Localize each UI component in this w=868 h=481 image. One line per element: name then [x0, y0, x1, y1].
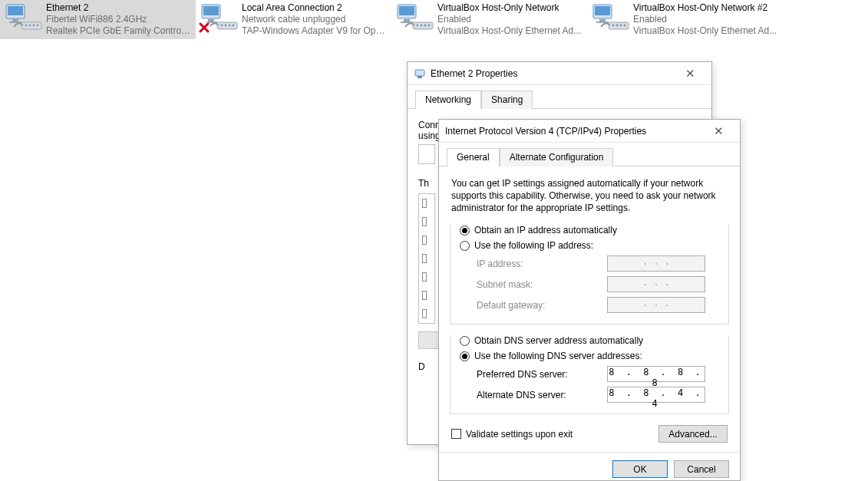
svg-point-24: [417, 25, 419, 27]
adapter-name: VirtualBox Host-Only Network #2: [633, 2, 777, 14]
titlebar[interactable]: Ethernet 2 Properties ✕: [408, 62, 711, 85]
help-text: You can get IP settings assigned automat…: [451, 177, 728, 214]
adapter-vbox-1[interactable]: VirtualBox Host-Only Network Enabled Vir…: [391, 0, 587, 39]
dialog-button-row: OK Cancel: [439, 452, 740, 481]
svg-point-17: [233, 25, 235, 27]
radio-icon: [460, 241, 470, 251]
radio-ip-auto[interactable]: Obtain an IP address automatically: [460, 225, 718, 236]
svg-point-7: [33, 25, 35, 27]
dns-group: Obtain DNS server address automatically …: [450, 335, 729, 414]
titlebar[interactable]: Internet Protocol Version 4 (TCP/IPv4) P…: [439, 120, 740, 143]
svg-rect-10: [203, 6, 219, 15]
alternate-dns-input[interactable]: 8 . 8 . 4 . 4: [607, 387, 705, 403]
network-adapter-icon: [394, 2, 437, 33]
protocol-list[interactable]: [418, 193, 435, 324]
svg-point-36: [624, 25, 626, 27]
radio-label: Use the following DNS server addresses:: [474, 351, 642, 361]
adapter-device: VirtualBox Host-Only Ethernet Ad...: [437, 25, 581, 37]
checkbox-icon: [451, 429, 461, 439]
svg-point-27: [428, 25, 431, 27]
adapter-status: Enabled: [437, 14, 581, 25]
validate-settings-checkbox[interactable]: Validate settings upon exit: [451, 429, 573, 440]
radio-label: Obtain an IP address automatically: [474, 225, 617, 236]
network-adapter-icon: [3, 2, 46, 33]
radio-icon: [460, 226, 470, 236]
description-label: D: [418, 361, 435, 372]
radio-ip-manual[interactable]: Use the following IP address:: [460, 240, 718, 251]
dialog-title: Internet Protocol Version 4 (TCP/IPv4) P…: [445, 126, 703, 137]
tab-alternate-configuration[interactable]: Alternate Configuration: [500, 148, 614, 166]
adapter-name: VirtualBox Host-Only Network: [437, 2, 581, 14]
svg-rect-20: [399, 6, 414, 15]
tabstrip: Networking Sharing: [408, 85, 711, 109]
svg-point-35: [620, 25, 622, 27]
connect-using-label: Connect using:: [418, 120, 435, 141]
svg-point-14: [221, 25, 223, 27]
adapter-device: VirtualBox Host-Only Ethernet Ad...: [633, 25, 777, 37]
svg-point-15: [225, 25, 227, 27]
unplugged-x-icon: [197, 21, 211, 35]
alternate-dns-field: Alternate DNS server: 8 . 8 . 4 . 4: [477, 387, 718, 403]
radio-dns-manual[interactable]: Use the following DNS server addresses:: [460, 351, 718, 361]
svg-rect-1: [8, 6, 23, 15]
radio-icon: [460, 351, 470, 361]
radio-label: Use the following IP address:: [474, 240, 593, 251]
adapter-list: Ethernet 2 Fibertel WiFi886 2.4GHz Realt…: [0, 0, 868, 39]
ip-address-input: . . .: [607, 255, 705, 272]
default-gateway-input: . . .: [607, 297, 705, 313]
subnet-mask-field: Subnet mask: . . .: [477, 276, 718, 292]
close-icon[interactable]: ✕: [703, 124, 734, 138]
ip-address-field: IP address: . . .: [477, 255, 718, 272]
network-adapter-icon: [590, 2, 633, 33]
adapter-device: Realtek PCIe GbE Family Controll...: [46, 25, 191, 37]
svg-rect-37: [415, 70, 424, 76]
svg-point-34: [616, 25, 619, 27]
tab-networking[interactable]: Networking: [415, 91, 481, 109]
tab-general[interactable]: General: [447, 148, 500, 166]
svg-rect-21: [404, 19, 410, 21]
svg-rect-2: [12, 19, 18, 21]
network-adapter-icon: [199, 2, 242, 33]
dialog-title: Ethernet 2 Properties: [431, 68, 675, 79]
svg-rect-38: [417, 76, 422, 78]
svg-point-26: [424, 25, 427, 27]
adapter-name: Ethernet 2: [46, 2, 191, 14]
preferred-dns-field: Preferred DNS server: 8 . 8 . 8 . 8: [477, 366, 718, 382]
svg-rect-30: [599, 19, 606, 21]
svg-point-25: [421, 25, 423, 27]
svg-rect-29: [595, 6, 610, 15]
advanced-button[interactable]: Advanced...: [658, 425, 728, 443]
checkbox-label: Validate settings upon exit: [466, 429, 573, 440]
adapter-vbox-2[interactable]: VirtualBox Host-Only Network #2 Enabled …: [587, 0, 783, 39]
ipv4-properties-dialog: Internet Protocol Version 4 (TCP/IPv4) P…: [438, 119, 741, 481]
svg-point-16: [229, 25, 231, 27]
adapter-name: Local Area Connection 2: [242, 2, 387, 14]
tabstrip: General Alternate Configuration: [439, 143, 740, 166]
svg-point-6: [29, 25, 31, 27]
ok-button[interactable]: OK: [612, 460, 668, 478]
radio-icon: [460, 336, 470, 346]
radio-dns-auto[interactable]: Obtain DNS server address automatically: [460, 335, 718, 346]
tab-sharing[interactable]: Sharing: [481, 91, 533, 109]
adapter-ethernet-2[interactable]: Ethernet 2 Fibertel WiFi886 2.4GHz Realt…: [0, 0, 196, 39]
cancel-button[interactable]: Cancel: [674, 460, 729, 478]
subnet-mask-input: . . .: [607, 276, 705, 292]
ip-address-group: Obtain an IP address automatically Use t…: [450, 225, 729, 325]
default-gateway-field: Default gateway: . . .: [477, 297, 718, 313]
close-icon[interactable]: ✕: [675, 67, 705, 81]
preferred-dns-input[interactable]: 8 . 8 . 8 . 8: [607, 366, 705, 382]
adapter-status: Fibertel WiFi886 2.4GHz: [46, 14, 191, 25]
svg-point-33: [612, 25, 615, 27]
radio-label: Obtain DNS server address automatically: [474, 335, 643, 346]
adapter-status: Enabled: [633, 14, 777, 25]
adapter-device: TAP-Windows Adapter V9 for Ope...: [242, 25, 387, 37]
svg-point-5: [25, 25, 28, 27]
this-connection-uses-label: Th: [418, 178, 435, 189]
adapter-status: Network cable unplugged: [242, 14, 387, 25]
svg-point-8: [37, 25, 39, 27]
adapter-lan-2[interactable]: Local Area Connection 2 Network cable un…: [196, 0, 391, 39]
adapter-select[interactable]: [418, 144, 435, 164]
ethernet-icon: [414, 68, 426, 80]
